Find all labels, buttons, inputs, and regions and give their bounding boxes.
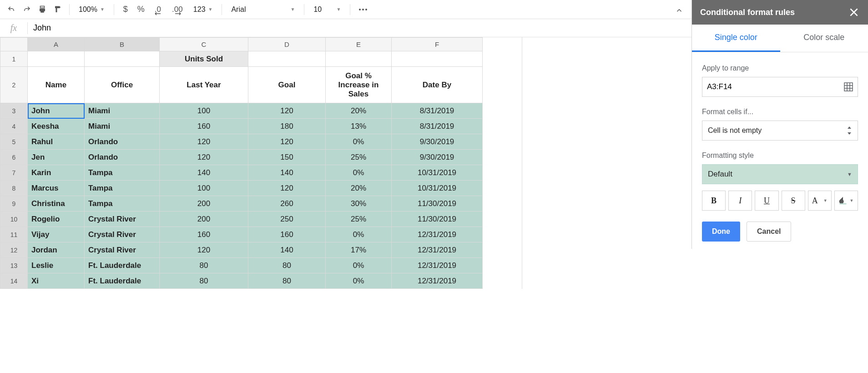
currency-format-button[interactable]: $: [119, 3, 132, 16]
row-header[interactable]: 5: [0, 134, 28, 150]
cell[interactable]: 260: [248, 196, 326, 212]
cell[interactable]: Goal % Increase in Sales: [326, 67, 392, 103]
cell[interactable]: Marcus: [28, 181, 85, 196]
cell[interactable]: 200: [160, 196, 248, 212]
strikethrough-button[interactable]: S: [782, 191, 805, 211]
column-header[interactable]: D: [248, 38, 326, 51]
cell[interactable]: Rahul: [28, 134, 85, 150]
font-size-combo[interactable]: 10 ▼: [309, 3, 345, 16]
cell[interactable]: Units Sold: [160, 51, 248, 67]
cell[interactable]: Karin: [28, 165, 85, 181]
cell[interactable]: 30%: [326, 196, 392, 212]
cell[interactable]: Vijay: [28, 227, 85, 242]
cell[interactable]: Jen: [28, 150, 85, 165]
cell[interactable]: Miami: [85, 119, 160, 134]
cell[interactable]: John: [28, 103, 85, 119]
cell[interactable]: 12/31/2019: [392, 242, 483, 258]
cell[interactable]: 12/31/2019: [392, 273, 483, 289]
cell[interactable]: 8/31/2019: [392, 119, 483, 134]
cell[interactable]: Crystal River: [85, 227, 160, 242]
redo-button[interactable]: [20, 3, 34, 16]
underline-button[interactable]: U: [755, 191, 778, 211]
row-header[interactable]: 9: [0, 196, 28, 212]
cell[interactable]: 20%: [326, 103, 392, 119]
row-header[interactable]: 1: [0, 51, 28, 67]
cell[interactable]: 120: [248, 134, 326, 150]
cell[interactable]: 100: [160, 103, 248, 119]
range-field[interactable]: [707, 82, 844, 91]
more-toolbar-button[interactable]: [355, 3, 371, 16]
cell[interactable]: 0%: [326, 134, 392, 150]
decrease-decimal-button[interactable]: .0: [150, 3, 166, 16]
zoom-combo[interactable]: 100% ▼: [74, 3, 109, 16]
cell[interactable]: 10/31/2019: [392, 165, 483, 181]
cell[interactable]: 150: [248, 150, 326, 165]
row-header[interactable]: 12: [0, 242, 28, 258]
spreadsheet-grid[interactable]: ABCDEF1Units Sold2NameOfficeLast YearGoa…: [0, 37, 483, 289]
cell[interactable]: 20%: [326, 181, 392, 196]
cell[interactable]: Orlando: [85, 134, 160, 150]
cell[interactable]: Xi: [28, 273, 85, 289]
row-header[interactable]: 7: [0, 165, 28, 181]
cell[interactable]: Ft. Lauderdale: [85, 258, 160, 273]
cell[interactable]: 12/31/2019: [392, 258, 483, 273]
cell[interactable]: Name: [28, 67, 85, 103]
cell[interactable]: 120: [160, 134, 248, 150]
cell[interactable]: Keesha: [28, 119, 85, 134]
cell[interactable]: 100: [160, 181, 248, 196]
more-formats-combo[interactable]: 123 ▼: [189, 3, 217, 16]
cell[interactable]: 80: [248, 273, 326, 289]
cell[interactable]: Rogelio: [28, 212, 85, 227]
cell[interactable]: Goal: [248, 67, 326, 103]
cell[interactable]: 140: [248, 165, 326, 181]
cell[interactable]: 11/30/2019: [392, 196, 483, 212]
cell[interactable]: [326, 51, 392, 67]
row-header[interactable]: 4: [0, 119, 28, 134]
cell[interactable]: 160: [248, 227, 326, 242]
cell[interactable]: 13%: [326, 119, 392, 134]
cell[interactable]: 250: [248, 212, 326, 227]
select-all-corner[interactable]: [0, 38, 28, 51]
cell[interactable]: Ft. Lauderdale: [85, 273, 160, 289]
row-header[interactable]: 13: [0, 258, 28, 273]
cell[interactable]: Date By: [392, 67, 483, 103]
cell[interactable]: 0%: [326, 227, 392, 242]
cell[interactable]: 200: [160, 212, 248, 227]
condition-select[interactable]: Cell is not empty: [702, 121, 858, 141]
column-header[interactable]: C: [160, 38, 248, 51]
style-preset-select[interactable]: Default ▼: [702, 164, 858, 184]
column-header[interactable]: E: [326, 38, 392, 51]
row-header[interactable]: 2: [0, 67, 28, 103]
cell[interactable]: 0%: [326, 273, 392, 289]
cell[interactable]: 9/30/2019: [392, 134, 483, 150]
column-header[interactable]: B: [85, 38, 160, 51]
cell[interactable]: Crystal River: [85, 212, 160, 227]
cell[interactable]: Leslie: [28, 258, 85, 273]
cell[interactable]: 17%: [326, 242, 392, 258]
cell[interactable]: 10/31/2019: [392, 181, 483, 196]
row-header[interactable]: 10: [0, 212, 28, 227]
row-header[interactable]: 14: [0, 273, 28, 289]
cell[interactable]: Last Year: [160, 67, 248, 103]
bold-button[interactable]: B: [702, 191, 726, 211]
cell[interactable]: 12/31/2019: [392, 227, 483, 242]
italic-button[interactable]: I: [728, 191, 752, 211]
select-range-icon[interactable]: [844, 82, 853, 91]
cell[interactable]: 120: [248, 181, 326, 196]
cell[interactable]: 9/30/2019: [392, 150, 483, 165]
tab-single-color[interactable]: Single color: [692, 25, 780, 52]
cancel-button[interactable]: Cancel: [747, 222, 791, 242]
cell[interactable]: Crystal River: [85, 242, 160, 258]
cell[interactable]: Christina: [28, 196, 85, 212]
cell[interactable]: 160: [160, 227, 248, 242]
cell[interactable]: 0%: [326, 258, 392, 273]
cell[interactable]: Office: [85, 67, 160, 103]
cell[interactable]: 25%: [326, 212, 392, 227]
cell[interactable]: 120: [160, 150, 248, 165]
cell[interactable]: 80: [248, 258, 326, 273]
font-combo[interactable]: Arial ▼: [227, 3, 299, 16]
cell[interactable]: Miami: [85, 103, 160, 119]
row-header[interactable]: 8: [0, 181, 28, 196]
column-header[interactable]: A: [28, 38, 85, 51]
cell[interactable]: Jordan: [28, 242, 85, 258]
